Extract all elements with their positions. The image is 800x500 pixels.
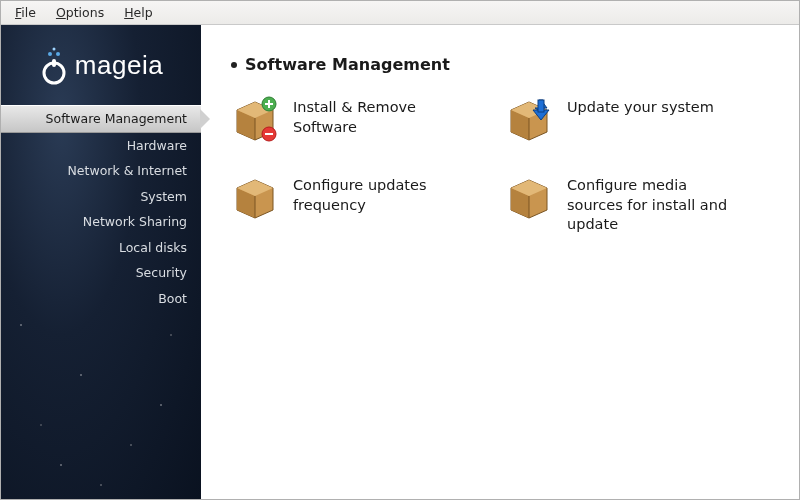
sidebar-item-boot[interactable]: Boot — [1, 286, 201, 312]
action-install-remove-software[interactable]: Install & Remove Software — [231, 94, 495, 142]
page-title: Software Management — [245, 55, 450, 74]
sidebar-item-system[interactable]: System — [1, 184, 201, 210]
action-label: Install & Remove Software — [293, 94, 473, 137]
menu-options[interactable]: Options — [48, 3, 112, 22]
package-icon — [505, 172, 553, 220]
content-pane: Software Management Install & Remove So — [201, 25, 799, 499]
menubar: File Options Help — [1, 1, 799, 25]
menu-help[interactable]: Help — [116, 3, 161, 22]
package-icon — [231, 172, 279, 220]
sidebar-item-label: Security — [136, 265, 187, 280]
menu-file[interactable]: File — [7, 3, 44, 22]
sidebar-item-label: Local disks — [119, 240, 187, 255]
sidebar-item-label: System — [140, 189, 187, 204]
svg-rect-16 — [538, 100, 544, 112]
sidebar-item-label: Software Management — [46, 111, 187, 126]
package-install-remove-icon — [231, 94, 279, 142]
svg-point-2 — [56, 52, 60, 56]
svg-point-0 — [52, 48, 55, 51]
action-configure-media-sources[interactable]: Configure media sources for install and … — [505, 172, 769, 235]
sidebar-item-label: Boot — [158, 291, 187, 306]
sidebar-item-label: Network & Internet — [67, 163, 187, 178]
actions-grid: Install & Remove Software Update your sy… — [231, 94, 769, 235]
menu-help-label: elp — [134, 5, 153, 20]
page-title-row: Software Management — [231, 55, 769, 74]
action-update-system[interactable]: Update your system — [505, 94, 769, 142]
sidebar-nav: Software Management Hardware Network & I… — [1, 105, 201, 311]
action-configure-updates-frequency[interactable]: Configure updates frequency — [231, 172, 495, 235]
brand: mageia — [1, 25, 201, 105]
body: mageia Software Management Hardware Netw… — [1, 25, 799, 499]
sidebar-item-security[interactable]: Security — [1, 260, 201, 286]
menu-file-label: ile — [21, 5, 36, 20]
brand-logo-icon — [39, 45, 69, 85]
sidebar-item-hardware[interactable]: Hardware — [1, 133, 201, 159]
sidebar-item-software-management[interactable]: Software Management — [1, 105, 201, 133]
sidebar-item-label: Network Sharing — [83, 214, 187, 229]
sidebar-item-network-sharing[interactable]: Network Sharing — [1, 209, 201, 235]
sidebar-item-network-internet[interactable]: Network & Internet — [1, 158, 201, 184]
sidebar-item-local-disks[interactable]: Local disks — [1, 235, 201, 261]
action-label: Update your system — [567, 94, 714, 118]
menu-options-label: ptions — [66, 5, 104, 20]
action-label: Configure updates frequency — [293, 172, 473, 215]
bullet-icon — [231, 62, 237, 68]
svg-rect-4 — [52, 59, 56, 67]
package-update-icon — [505, 94, 553, 142]
control-center-window: File Options Help mageia Software Manage… — [0, 0, 800, 500]
svg-point-1 — [48, 52, 52, 56]
sidebar: mageia Software Management Hardware Netw… — [1, 25, 201, 499]
sidebar-item-label: Hardware — [127, 138, 187, 153]
brand-text: mageia — [75, 50, 163, 81]
action-label: Configure media sources for install and … — [567, 172, 747, 235]
